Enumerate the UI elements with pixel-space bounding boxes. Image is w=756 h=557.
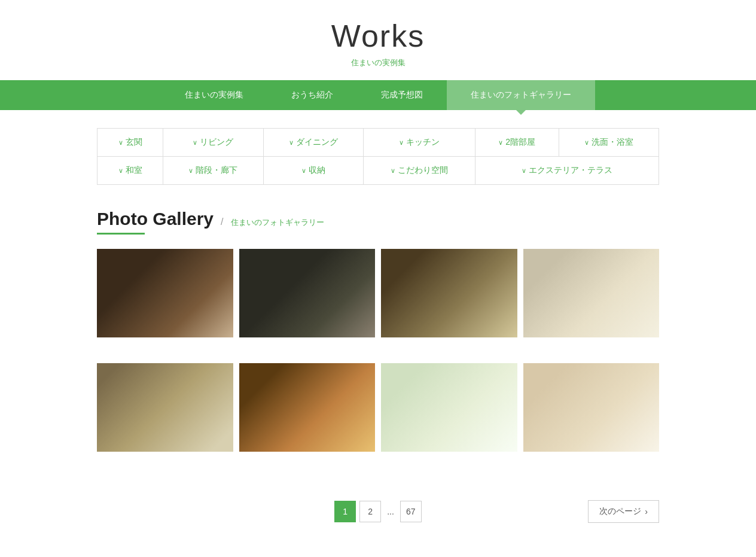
filter-storage[interactable]: ∨収納: [263, 157, 363, 185]
title-underline: [97, 233, 145, 235]
page-btn-1[interactable]: 1: [334, 501, 356, 522]
gallery-item-5[interactable]: [97, 363, 233, 465]
filter-dining[interactable]: ∨ダイニング: [263, 129, 363, 157]
filter-stairs[interactable]: ∨階段・廊下: [163, 157, 263, 185]
header: Works 住まいの実例集: [0, 0, 756, 80]
nav-item-works[interactable]: 住まいの実例集: [161, 80, 267, 110]
filter-living[interactable]: ∨リビング: [163, 129, 263, 157]
gallery-item-3[interactable]: [381, 249, 517, 351]
gallery-item-6[interactable]: [239, 363, 376, 465]
filter-kodawari[interactable]: ∨こだわり空間: [364, 157, 475, 185]
nav-item-ouchi[interactable]: おうち紹介: [267, 80, 357, 110]
filter-washitsu[interactable]: ∨和室: [97, 157, 163, 185]
page-title-en: Photo Gallery: [97, 209, 214, 229]
content-area: ∨玄関 ∨リビング ∨ダイニング ∨キッチン ∨2階部屋 ∨洗面・浴室 ∨和室 …: [85, 110, 671, 557]
filter-genkan[interactable]: ∨玄関: [97, 129, 163, 157]
page-btn-2[interactable]: 2: [359, 501, 381, 522]
breadcrumb-separator: /: [221, 217, 223, 227]
gallery-item-4[interactable]: [523, 249, 660, 351]
breadcrumb-area: Photo Gallery / 住まいのフォトギャラリー: [97, 209, 659, 235]
gallery-item-2[interactable]: [239, 249, 376, 351]
gallery-item-8[interactable]: [523, 363, 660, 465]
pagination: 1 2 ... 67 次のページ ›: [97, 477, 659, 540]
gallery-row-1: [97, 249, 659, 351]
filter-bathroom[interactable]: ∨洗面・浴室: [559, 129, 659, 157]
filter-exterior[interactable]: ∨エクステリア・テラス: [475, 157, 659, 185]
nav-item-kansei[interactable]: 完成予想図: [357, 80, 447, 110]
breadcrumb-jp: 住まいのフォトギャラリー: [231, 217, 324, 228]
filter-2f[interactable]: ∨2階部屋: [475, 129, 559, 157]
gallery-row-2: [97, 363, 659, 465]
header-subtitle: 住まいの実例集: [0, 57, 756, 68]
page-dots: ...: [385, 507, 397, 516]
nav-item-gallery[interactable]: 住まいのフォトギャラリー: [447, 80, 595, 110]
gallery-item-7[interactable]: [381, 363, 517, 465]
next-page-button[interactable]: 次のページ ›: [588, 500, 659, 523]
page-btn-last[interactable]: 67: [400, 501, 422, 522]
page-title: Works: [0, 18, 756, 54]
nav-bar: 住まいの実例集 おうち紹介 完成予想図 住まいのフォトギャラリー: [0, 80, 756, 110]
filter-kitchen[interactable]: ∨キッチン: [364, 129, 475, 157]
filter-table: ∨玄関 ∨リビング ∨ダイニング ∨キッチン ∨2階部屋 ∨洗面・浴室 ∨和室 …: [97, 128, 659, 185]
gallery-item-1[interactable]: [97, 249, 233, 351]
